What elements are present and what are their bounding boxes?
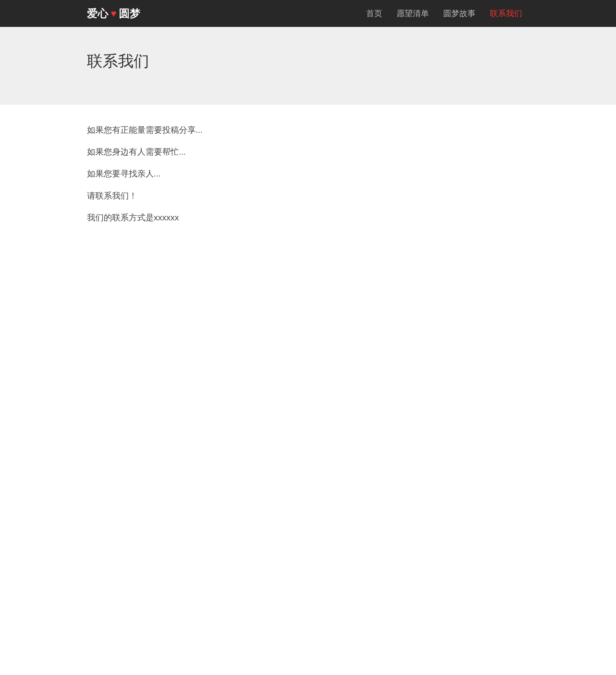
- nav-link-wishlist[interactable]: 愿望清单: [389, 9, 436, 18]
- page-title: 联系我们: [87, 51, 529, 72]
- navbar: 爱心 ♥ 圆梦 首页 愿望清单 圆梦故事 联系我们: [0, 0, 616, 27]
- brand-text-right: 圆梦: [119, 6, 141, 21]
- content-paragraph: 请联系我们！: [87, 190, 529, 202]
- nav-links: 首页 愿望清单 圆梦故事 联系我们: [359, 8, 529, 19]
- page-header: 联系我们: [0, 27, 616, 105]
- content-area: 如果您有正能量需要投稿分享... 如果您身边有人需要帮忙... 如果您要寻找亲人…: [0, 105, 616, 253]
- brand-text-left: 爱心: [87, 6, 108, 21]
- brand-logo[interactable]: 爱心 ♥ 圆梦: [87, 6, 141, 21]
- nav-link-stories[interactable]: 圆梦故事: [436, 9, 483, 18]
- content-paragraph: 如果您身边有人需要帮忙...: [87, 146, 529, 158]
- heart-icon: ♥: [111, 8, 116, 19]
- content-paragraph: 如果您有正能量需要投稿分享...: [87, 124, 529, 136]
- content-paragraph: 如果您要寻找亲人...: [87, 168, 529, 179]
- nav-link-contact[interactable]: 联系我们: [483, 9, 529, 18]
- content-paragraph: 我们的联系方式是xxxxxx: [87, 212, 529, 223]
- nav-link-home[interactable]: 首页: [359, 9, 389, 18]
